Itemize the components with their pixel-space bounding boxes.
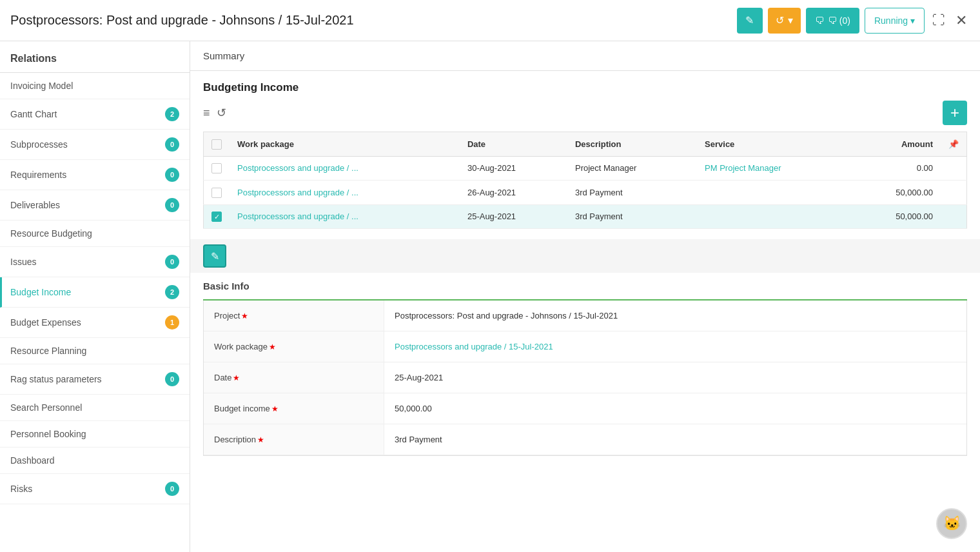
- header: Postprocessors: Post and upgrade - Johns…: [0, 0, 980, 41]
- sidebar-item-subprocesses[interactable]: Subprocesses 0: [0, 130, 190, 160]
- row-edit-button[interactable]: ✎: [203, 244, 226, 268]
- sidebar-item-requirements[interactable]: Requirements 0: [0, 160, 190, 190]
- required-star: ★: [257, 435, 264, 444]
- sidebar-item-risks[interactable]: Risks 0: [0, 474, 190, 504]
- row-checkbox-1[interactable]: [211, 163, 222, 173]
- summary-label: Summary: [203, 50, 244, 61]
- info-row-budget-income: Budget income ★ 50,000.00: [204, 393, 966, 424]
- sidebar-badge-budget-income: 2: [165, 285, 179, 299]
- sidebar-item-resource-planning[interactable]: Resource Planning: [0, 338, 190, 364]
- info-table: Project ★ Postprocessors: Post and upgra…: [203, 301, 967, 456]
- expand-button[interactable]: ⛶: [930, 10, 948, 30]
- sidebar-item-dashboard[interactable]: Dashboard: [0, 448, 190, 474]
- running-label: Running ▾: [874, 15, 915, 26]
- running-dropdown-button[interactable]: Running ▾: [865, 8, 925, 34]
- budgeting-income-section: Budgeting Income ≡ ↺ + Work package Date: [190, 71, 980, 239]
- sidebar-label-budget-income: Budget Income: [10, 287, 71, 297]
- row-description-2: 3rd Payment: [567, 181, 697, 205]
- comments-label: 🗨 (0): [828, 15, 850, 26]
- sidebar-badge-risks: 0: [165, 482, 179, 496]
- table-row-selected: ✓ Postprocessors and upgrade / ... 25-Au…: [204, 204, 967, 229]
- header-actions: ✎ ↺ ▾ 🗨 🗨 (0) Running ▾ ⛶ ✕: [737, 8, 970, 34]
- row-service-1[interactable]: PM Project Manager: [697, 156, 852, 181]
- edit-button[interactable]: ✎: [737, 8, 763, 34]
- info-value-description: 3rd Payment: [384, 424, 966, 455]
- sidebar-badge-budget-expenses: 1: [165, 315, 179, 330]
- budgeting-income-title: Budgeting Income: [203, 81, 967, 94]
- sidebar-item-resource-budgeting[interactable]: Resource Budgeting: [0, 221, 190, 247]
- sidebar-label-deliverables: Deliverables: [10, 200, 60, 210]
- sidebar-label-resource-planning: Resource Planning: [10, 346, 86, 356]
- menu-icon[interactable]: ≡: [203, 106, 210, 120]
- row-amount-3: 50,000.00: [852, 204, 941, 229]
- sidebar-heading: Relations: [0, 41, 190, 73]
- info-row-project: Project ★ Postprocessors: Post and upgra…: [204, 301, 966, 331]
- sidebar-item-gantt-chart[interactable]: Gantt Chart 2: [0, 99, 190, 130]
- toolbar-icons: ≡ ↺: [203, 106, 226, 120]
- sidebar-label-invoicing-model: Invoicing Model: [10, 81, 73, 91]
- required-star: ★: [271, 404, 279, 413]
- sidebar-item-personnel-booking[interactable]: Personnel Booking: [0, 421, 190, 448]
- basic-info-section: Basic Info Project ★ Postprocessors: Pos…: [190, 273, 980, 469]
- refresh-icon[interactable]: ↺: [217, 106, 226, 120]
- toolbar-row: ≡ ↺ +: [203, 101, 967, 125]
- col-description: Description: [567, 132, 697, 157]
- row-service-2: [697, 181, 852, 205]
- table-row: Postprocessors and upgrade / ... 30-Aug-…: [204, 156, 967, 181]
- add-button[interactable]: +: [943, 101, 967, 125]
- sidebar-label-dashboard: Dashboard: [10, 455, 55, 466]
- select-all-checkbox[interactable]: [211, 139, 222, 150]
- sidebar-badge-deliverables: 0: [165, 198, 179, 212]
- row-checkbox-cell-2[interactable]: [204, 181, 230, 205]
- sidebar-item-issues[interactable]: Issues 0: [0, 247, 190, 277]
- info-label-work-package: Work package ★: [204, 331, 384, 362]
- info-value-project: Postprocessors: Post and upgrade - Johns…: [384, 301, 966, 331]
- row-pin-1: [941, 156, 967, 181]
- row-checkbox-cell-1[interactable]: [204, 156, 230, 181]
- info-label-description: Description ★: [204, 424, 384, 455]
- action-icon: ↺: [776, 14, 784, 26]
- sidebar-item-search-personnel[interactable]: Search Personnel: [0, 395, 190, 421]
- info-row-work-package: Work package ★ Postprocessors and upgrad…: [204, 331, 966, 362]
- row-pin-3: [941, 204, 967, 229]
- required-star: ★: [269, 342, 276, 351]
- required-star: ★: [241, 311, 248, 320]
- row-date-1: 30-Aug-2021: [460, 156, 567, 181]
- info-label-project: Project ★: [204, 301, 384, 331]
- info-label-budget-income: Budget income ★: [204, 393, 384, 424]
- avatar[interactable]: 🐱: [936, 508, 967, 539]
- sidebar-label-risks: Risks: [10, 484, 32, 494]
- sidebar-label-search-personnel: Search Personnel: [10, 402, 82, 413]
- row-checkbox-3[interactable]: ✓: [211, 212, 222, 222]
- action-dropdown-button[interactable]: ↺ ▾: [768, 8, 801, 34]
- sidebar-item-deliverables[interactable]: Deliverables 0: [0, 190, 190, 221]
- info-label-date: Date ★: [204, 362, 384, 393]
- info-row-date: Date ★ 25-Aug-2021: [204, 362, 966, 393]
- row-work-package-1[interactable]: Postprocessors and upgrade / ...: [230, 156, 460, 181]
- sidebar-label-budget-expenses: Budget Expenses: [10, 317, 81, 328]
- select-all-header[interactable]: [204, 132, 230, 157]
- row-checkbox-2[interactable]: [211, 188, 222, 198]
- table-row: Postprocessors and upgrade / ... 26-Aug-…: [204, 181, 967, 205]
- sidebar-label-resource-budgeting: Resource Budgeting: [10, 228, 92, 239]
- sidebar-badge-gantt-chart: 2: [165, 107, 179, 121]
- sidebar-label-gantt-chart: Gantt Chart: [10, 109, 57, 119]
- row-work-package-3[interactable]: Postprocessors and upgrade / ...: [230, 204, 460, 229]
- close-button[interactable]: ✕: [953, 10, 970, 32]
- row-date-3: 25-Aug-2021: [460, 204, 567, 229]
- row-work-package-2[interactable]: Postprocessors and upgrade / ...: [230, 181, 460, 205]
- sidebar-item-budget-income[interactable]: Budget Income 2: [0, 277, 190, 308]
- sidebar-label-requirements: Requirements: [10, 170, 66, 180]
- sidebar-item-rag-status[interactable]: Rag status parameters 0: [0, 364, 190, 395]
- sidebar-badge-subprocesses: 0: [165, 137, 179, 152]
- summary-header: Summary: [190, 41, 980, 71]
- info-value-work-package[interactable]: Postprocessors and upgrade / 15-Jul-2021: [384, 331, 966, 362]
- row-description-3: 3rd Payment: [567, 204, 697, 229]
- sidebar-item-budget-expenses[interactable]: Budget Expenses 1: [0, 308, 190, 338]
- page-title: Postprocessors: Post and upgrade - Johns…: [10, 13, 737, 28]
- row-checkbox-cell-3[interactable]: ✓: [204, 204, 230, 229]
- col-date: Date: [460, 132, 567, 157]
- sidebar-item-invoicing-model[interactable]: Invoicing Model: [0, 73, 190, 99]
- comments-button[interactable]: 🗨 🗨 (0): [806, 8, 859, 34]
- row-date-2: 26-Aug-2021: [460, 181, 567, 205]
